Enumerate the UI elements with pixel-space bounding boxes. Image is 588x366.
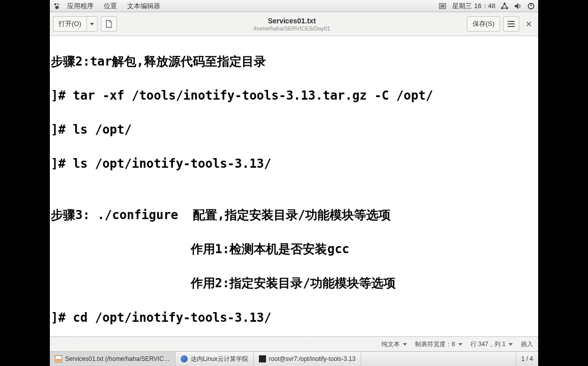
text-line: ]# ls /opt/inotify-tools-3.13/: [51, 156, 537, 173]
title-path: /home/haha/SERVICES/Day01: [117, 25, 467, 32]
save-button[interactable]: 保存(S): [467, 16, 500, 32]
gedit-icon: [55, 355, 62, 362]
document-icon: [105, 20, 112, 28]
firefox-icon: [181, 355, 188, 362]
clock[interactable]: 星期三 16：48: [452, 2, 495, 11]
chevron-down-icon: [458, 343, 462, 346]
svg-point-0: [54, 3, 56, 5]
terminal-icon: [259, 355, 266, 362]
status-bar: 纯文本 制表符宽度：8 行 347，列 1 插入: [50, 337, 538, 351]
task-gedit[interactable]: Services01.txt (/home/haha/SERVIC…: [50, 352, 175, 366]
task-terminal[interactable]: root@svr7:/opt/inotify-tools-3.13: [254, 352, 361, 366]
taskbar: Services01.txt (/home/haha/SERVIC… 达内Lin…: [50, 351, 538, 366]
svg-point-2: [58, 4, 60, 5]
system-menubar: 应用程序 位置 文本编辑器 星期三 16：48: [50, 0, 538, 12]
chevron-down-icon: [403, 343, 407, 346]
chevron-down-icon: [90, 23, 94, 25]
network-icon[interactable]: [501, 2, 509, 10]
title-block: Services01.txt /home/haha/SERVICES/Day01: [117, 17, 467, 32]
menu-applications[interactable]: 应用程序: [63, 2, 98, 11]
text-line: ]# ls /opt/: [51, 121, 537, 139]
text-line: 作用1:检测本机是否安装gcc: [51, 241, 537, 258]
new-document-button[interactable]: [101, 16, 117, 32]
open-button[interactable]: 打开(O): [53, 16, 86, 32]
power-icon[interactable]: [527, 2, 535, 10]
status-filetype[interactable]: 纯文本: [381, 340, 407, 349]
text-line: 作用2:指定安装目录/功能模块等选项: [51, 275, 537, 292]
status-insert-mode: 插入: [521, 340, 533, 349]
open-dropdown[interactable]: [86, 16, 98, 32]
menu-places[interactable]: 位置: [100, 2, 121, 11]
menu-texteditor[interactable]: 文本编辑器: [123, 2, 164, 11]
editor-area[interactable]: 步骤2:tar解包,释放源代码至指定目录 ]# tar -xf /tools/i…: [50, 36, 538, 337]
hamburger-icon: [508, 21, 515, 27]
editor-toolbar: 打开(O) Services01.txt /home/haha/SERVICES…: [50, 12, 538, 36]
svg-point-3: [55, 6, 59, 9]
text-line: ]# cd /opt/inotify-tools-3.13/: [51, 310, 537, 327]
svg-point-1: [57, 3, 58, 4]
title-filename: Services01.txt: [117, 17, 467, 25]
svg-rect-5: [440, 5, 445, 8]
workspace-switcher[interactable]: 1 / 4: [516, 352, 538, 366]
task-firefox[interactable]: 达内Linux云计算学院: [175, 352, 254, 366]
close-button[interactable]: ✕: [522, 17, 535, 31]
menu-button[interactable]: [503, 16, 519, 32]
screen-recorder-icon[interactable]: [439, 2, 447, 10]
text-line: ]# tar -xf /tools/inotify-tools-3.13.tar…: [51, 87, 537, 105]
text-line: 步骤3: ./configure 配置,指定安装目录/功能模块等选项: [51, 207, 537, 224]
text-line: 步骤2:tar解包,释放源代码至指定目录: [51, 53, 537, 71]
chevron-down-icon: [509, 343, 513, 346]
volume-icon[interactable]: [514, 2, 522, 10]
status-tabwidth[interactable]: 制表符宽度：8: [415, 340, 462, 349]
gnome-foot-icon: [53, 2, 61, 10]
status-position[interactable]: 行 347，列 1: [471, 340, 513, 349]
